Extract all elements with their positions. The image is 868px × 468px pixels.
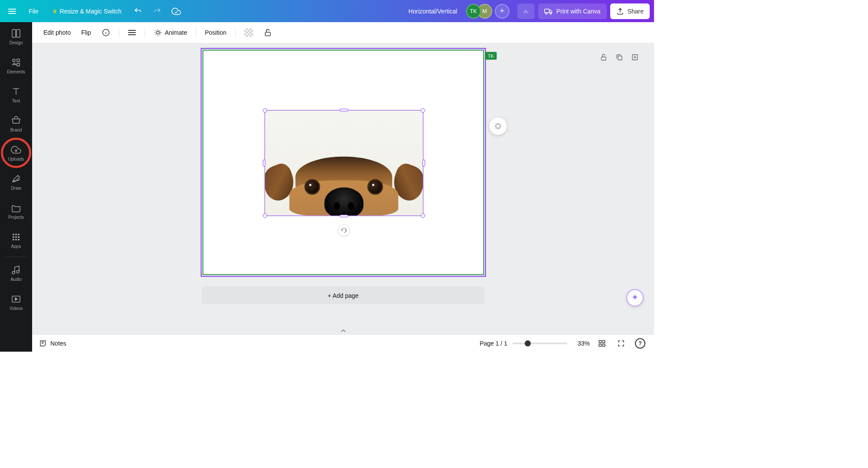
content-area: Edit photo Flip Animate Position: [32, 22, 654, 352]
sidebar-item-projects[interactable]: Projects: [0, 197, 32, 226]
file-menu-button[interactable]: File: [23, 4, 44, 18]
edit-photo-button[interactable]: Edit photo: [39, 26, 75, 40]
animate-button[interactable]: Animate: [149, 25, 191, 40]
sidebar-item-videos[interactable]: Videos: [0, 288, 32, 317]
left-sidebar: Design Elements Text Brand: [0, 22, 32, 352]
resize-handle-tr[interactable]: [421, 109, 425, 113]
svg-point-9: [18, 234, 20, 235]
resize-handle-bottom[interactable]: [339, 215, 348, 218]
svg-point-16: [12, 271, 15, 274]
print-with-canva-button[interactable]: Print with Canva: [538, 3, 607, 19]
redo-button[interactable]: [149, 3, 165, 19]
project-name[interactable]: Horizontal/Vertical: [403, 8, 463, 15]
dog-photo: [265, 157, 423, 216]
apps-icon: [11, 232, 21, 242]
sidebar-label: Uploads: [8, 157, 24, 161]
zoom-percentage[interactable]: 33%: [572, 340, 590, 347]
resize-handle-br[interactable]: [421, 214, 425, 218]
toolbar-divider: [196, 27, 196, 38]
toolbar-divider: [145, 27, 145, 38]
undo-button[interactable]: [130, 3, 146, 19]
svg-point-15: [18, 239, 20, 241]
sidebar-item-apps[interactable]: Apps: [0, 226, 32, 255]
svg-point-20: [156, 31, 159, 34]
fullscreen-button[interactable]: [614, 336, 628, 350]
add-page-bar-button[interactable]: + Add page: [202, 287, 484, 304]
zoom-track[interactable]: [513, 343, 567, 344]
crown-icon: ♛: [53, 8, 57, 14]
selected-image-element[interactable]: [264, 110, 423, 216]
transparency-button[interactable]: [240, 25, 257, 40]
magic-assistant-button[interactable]: [626, 289, 644, 307]
canvas-area[interactable]: TK: [32, 43, 654, 334]
insights-button[interactable]: [517, 3, 535, 19]
audio-icon: [11, 265, 21, 275]
transparency-icon: [244, 28, 253, 37]
design-icon: [11, 28, 21, 39]
fullscreen-icon: [617, 339, 625, 347]
chevron-up-icon: [341, 329, 346, 333]
grid-view-button[interactable]: [595, 336, 609, 350]
page-indicator[interactable]: Page 1 / 1: [480, 340, 507, 347]
sidebar-label: Projects: [8, 215, 24, 220]
lock-page-button[interactable]: [598, 51, 610, 63]
svg-rect-27: [603, 340, 605, 343]
resize-handle-bl[interactable]: [263, 214, 267, 218]
zoom-thumb[interactable]: [525, 340, 531, 346]
canvas-page[interactable]: TK: [201, 48, 486, 277]
resize-handle-tl[interactable]: [263, 109, 267, 113]
svg-point-13: [13, 239, 14, 241]
elements-icon: [11, 57, 21, 68]
sidebar-item-elements[interactable]: Elements: [0, 51, 32, 80]
share-button[interactable]: Share: [610, 3, 650, 19]
sidebar-item-design[interactable]: Design: [0, 22, 32, 51]
svg-point-11: [15, 236, 17, 238]
position-button[interactable]: Position: [201, 26, 231, 40]
expand-timeline-button[interactable]: [335, 327, 352, 334]
resize-handle-top[interactable]: [339, 109, 348, 112]
sidebar-item-audio[interactable]: Audio: [0, 259, 32, 288]
info-button[interactable]: [97, 25, 115, 40]
sidebar-item-draw[interactable]: Draw: [0, 168, 32, 197]
svg-point-10: [13, 236, 14, 238]
svg-rect-0: [545, 9, 549, 13]
sidebar-item-brand[interactable]: Brand: [0, 109, 32, 138]
main-menu-button[interactable]: [4, 3, 20, 19]
zoom-slider[interactable]: [513, 343, 567, 344]
layers-button[interactable]: [124, 26, 140, 39]
svg-rect-3: [12, 30, 16, 37]
main-layout: Design Elements Text Brand: [0, 22, 654, 352]
sidebar-item-uploads[interactable]: Uploads: [0, 138, 32, 168]
svg-point-17: [16, 270, 19, 273]
resize-magic-switch-button[interactable]: ♛ Resize & Magic Switch: [47, 4, 127, 18]
add-collaborator-button[interactable]: +: [495, 4, 510, 19]
resize-handle-mr[interactable]: [422, 160, 425, 167]
lock-button[interactable]: [259, 25, 276, 40]
truck-icon: [544, 7, 553, 16]
add-page-button[interactable]: [629, 51, 641, 63]
lock-open-icon: [263, 28, 272, 37]
svg-point-21: [155, 30, 161, 35]
top-header: File ♛ Resize & Magic Switch Horizontal/…: [0, 0, 654, 22]
sidebar-item-text[interactable]: Text: [0, 80, 32, 109]
svg-point-7: [13, 234, 14, 235]
svg-point-12: [18, 236, 20, 238]
svg-point-1: [546, 13, 547, 14]
sidebar-label: Videos: [10, 306, 23, 311]
notes-button[interactable]: Notes: [39, 339, 66, 347]
ai-suggestions-button[interactable]: [489, 118, 506, 135]
resize-handle-ml[interactable]: [263, 160, 265, 167]
svg-rect-22: [265, 32, 270, 36]
text-icon: [11, 86, 21, 97]
svg-rect-6: [17, 59, 20, 62]
sidebar-label: Audio: [10, 277, 22, 282]
cloud-sync-button[interactable]: [168, 3, 184, 19]
sidebar-divider: [5, 257, 27, 257]
help-button[interactable]: ?: [633, 336, 647, 350]
help-icon: ?: [635, 338, 645, 349]
duplicate-page-button[interactable]: [613, 51, 625, 63]
flip-button[interactable]: Flip: [77, 26, 95, 40]
rotate-handle[interactable]: [338, 224, 350, 237]
undo-icon: [134, 7, 142, 16]
avatar-user-1[interactable]: TK: [466, 4, 481, 19]
